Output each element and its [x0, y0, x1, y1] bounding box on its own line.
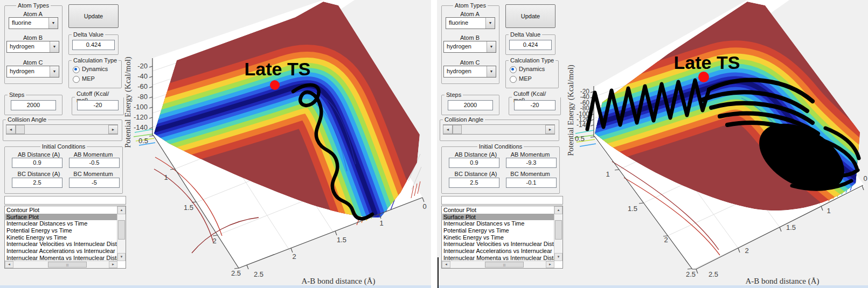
slider-right-arrow-icon[interactable]: ► [545, 125, 555, 134]
initial-conditions-legend: Initial Conditions [477, 143, 524, 150]
slider-thumb[interactable] [453, 125, 462, 134]
atom-a-dropdown[interactable]: fluorine ▼ [9, 17, 58, 29]
atom-a-label: Atom A [441, 11, 498, 17]
atom-c-dropdown[interactable]: hydrogen ▼ [443, 66, 496, 78]
chevron-down-icon[interactable]: ▼ [50, 66, 59, 77]
plot-type-option[interactable]: Contour Plot [442, 207, 554, 214]
atom-c-value: hydrogen [447, 68, 471, 74]
ab-momentum-field[interactable]: -9.3 [506, 158, 557, 168]
plot-type-option[interactable]: Internuclear Accelerations vs Internucle… [442, 248, 554, 255]
listbox-horizontal-scrollbar[interactable]: ◄ ||| ► [442, 261, 554, 268]
delta-value-field[interactable]: 0.424 [509, 40, 552, 50]
tick-label: 0.5 [138, 137, 148, 145]
plot-type-option[interactable]: Internuclear Accelerations vs Internucle… [5, 248, 117, 255]
scrollbar-thumb[interactable]: ||| [48, 262, 87, 268]
plot-type-option[interactable]: Contour Plot [5, 207, 117, 214]
atom-a-value: fluorine [449, 19, 468, 26]
tick-mark [615, 170, 619, 170]
tick-mark [149, 107, 152, 108]
ab-distance-label: AB Distance (A) [10, 151, 68, 158]
dynamics-radio-label: Dynamics [82, 66, 108, 72]
surface-plot: -20-40-60-80-100-120-1400.511.522.52.521… [123, 0, 431, 288]
plot-type-listbox[interactable]: Contour PlotSurface PlotInternuclear Dis… [441, 206, 563, 269]
dynamics-radio[interactable] [510, 66, 517, 73]
atom-c-dropdown[interactable]: hydrogen ▼ [6, 66, 59, 78]
dynamics-radio[interactable] [73, 66, 80, 73]
tick-mark [780, 227, 781, 231]
bc-momentum-label: BC Momentum [505, 171, 555, 177]
plot-type-option[interactable]: Internuclear Momenta vs Internuclear Dis… [5, 255, 117, 261]
tick-mark [639, 203, 643, 203]
plot-type-option[interactable]: Kinetic Energy vs Time [442, 234, 554, 241]
collision-angle-legend: Collision Angle [443, 116, 485, 123]
bc-momentum-field[interactable]: -5 [69, 178, 120, 188]
chevron-down-icon[interactable]: ▼ [487, 66, 496, 77]
scroll-right-icon[interactable]: ► [546, 261, 554, 268]
atom-b-dropdown[interactable]: hydrogen ▼ [6, 41, 59, 53]
listbox-horizontal-scrollbar[interactable]: ◄ ||| ► [5, 261, 117, 268]
slider-thumb[interactable] [16, 125, 25, 134]
plot-type-option[interactable]: Internuclear Distances vs Time [442, 220, 554, 227]
scroll-left-icon[interactable]: ◄ [442, 261, 450, 268]
slider-left-arrow-icon[interactable]: ◄ [443, 125, 453, 134]
bc-distance-field[interactable]: 2.5 [12, 178, 63, 188]
ab-distance-field[interactable]: 0.9 [12, 158, 63, 168]
slider-right-arrow-icon[interactable]: ► [108, 125, 118, 134]
atom-b-value: hydrogen [10, 43, 34, 50]
tick-mark [738, 248, 740, 252]
tick-label: 2.5 [686, 270, 696, 278]
plot-type-option[interactable]: Potential Energy vs Time [442, 227, 554, 234]
update-button[interactable]: Update [505, 4, 555, 28]
chevron-down-icon[interactable]: ▼ [487, 41, 496, 52]
plot-type-listbox[interactable]: Contour PlotSurface PlotInternuclear Dis… [4, 206, 126, 269]
chevron-down-icon[interactable]: ▼ [48, 18, 58, 29]
application-window: Atom Types Atom A fluorine ▼ Atom B hydr… [0, 0, 868, 288]
steps-field[interactable]: 2000 [448, 100, 493, 110]
plot-type-option[interactable]: Internuclear Velocities vs Internuclear … [442, 241, 554, 248]
bc-momentum-label: BC Momentum [68, 171, 119, 177]
tick-label: 0.5 [575, 135, 585, 143]
atom-b-label: Atom B [441, 34, 498, 41]
chevron-down-icon[interactable]: ▼ [50, 41, 59, 52]
plot-type-option[interactable]: Internuclear Distances vs Time [5, 220, 117, 227]
initial-conditions-legend: Initial Conditions [40, 143, 87, 150]
bc-momentum-field[interactable]: -0.1 [506, 178, 557, 188]
chevron-down-icon[interactable]: ▼ [485, 18, 495, 29]
mep-radio[interactable] [73, 76, 80, 83]
cutoff-field[interactable]: -20 [77, 100, 119, 110]
dynamics-radio-label: Dynamics [519, 66, 545, 72]
steps-field[interactable]: 2000 [11, 100, 56, 110]
collision-angle-slider[interactable]: ◄ ► [6, 124, 118, 135]
bc-distance-field[interactable]: 2.5 [449, 178, 499, 188]
plot-type-option[interactable]: Internuclear Momenta vs Internuclear Dis… [442, 255, 554, 261]
plot-type-option[interactable]: Kinetic Energy vs Time [5, 234, 117, 241]
delta-value-field[interactable]: 0.424 [72, 40, 115, 50]
atom-b-dropdown[interactable]: hydrogen ▼ [443, 41, 496, 53]
atom-types-legend: Atom Types [16, 2, 51, 9]
calculation-type-legend: Calculation Type [509, 57, 555, 64]
ab-momentum-field[interactable]: -0.5 [69, 158, 120, 168]
cutoff-field[interactable]: -20 [514, 100, 555, 110]
blank-field[interactable] [441, 196, 563, 205]
plot-type-option[interactable]: Potential Energy vs Time [5, 227, 117, 234]
tick-label: 1.5 [337, 236, 346, 244]
blank-field[interactable] [4, 196, 126, 205]
scroll-left-icon[interactable]: ◄ [5, 261, 13, 268]
scroll-right-icon[interactable]: ► [109, 261, 117, 268]
tick-label: 2 [664, 236, 668, 244]
steps-legend: Steps [8, 92, 26, 98]
scrollbar-thumb[interactable]: ||| [485, 262, 524, 268]
delta-value-legend: Delta Value [509, 31, 542, 38]
collision-angle-slider[interactable]: ◄ ► [443, 124, 555, 135]
tick-label: -60 [137, 82, 148, 90]
ab-distance-field[interactable]: 0.9 [449, 158, 499, 168]
update-button[interactable]: Update [68, 4, 119, 28]
atom-a-dropdown[interactable]: fluorine ▼ [446, 17, 495, 29]
mep-radio[interactable] [510, 76, 517, 83]
x-axis-label: A-B bond distance (Å) [745, 277, 819, 286]
slider-left-arrow-icon[interactable]: ◄ [6, 125, 16, 134]
window-bottom-strip [437, 285, 868, 288]
plot-type-option[interactable]: Internuclear Velocities vs Internuclear … [5, 241, 117, 248]
plot-type-option[interactable]: Surface Plot [442, 214, 554, 221]
plot-type-option[interactable]: Surface Plot [5, 214, 117, 221]
